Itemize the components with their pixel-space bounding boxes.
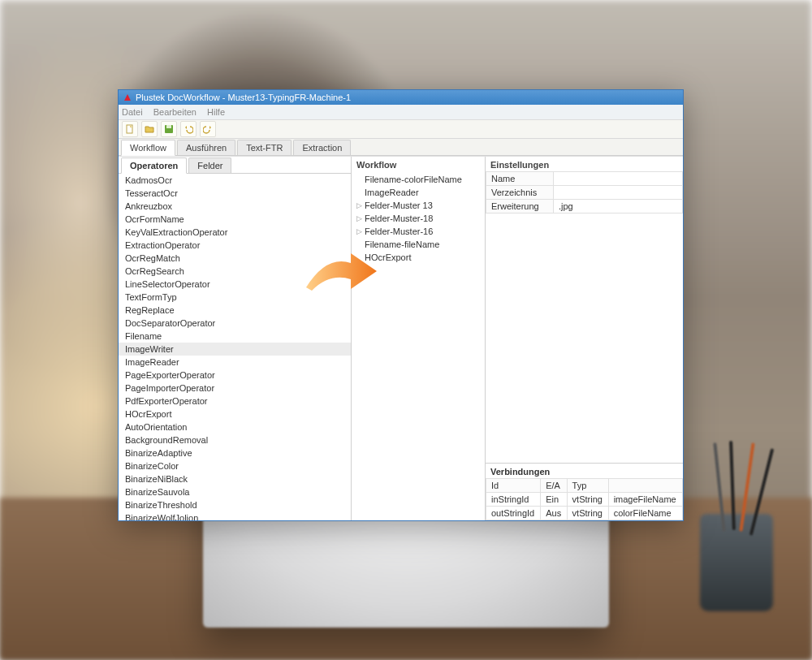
operator-item[interactable]: TesseractOcr: [119, 187, 351, 200]
operator-item[interactable]: OcrRegMatch: [119, 252, 351, 265]
svg-rect-0: [127, 125, 132, 133]
operator-list[interactable]: KadmosOcrTesseractOcrAnkreuzboxOcrFormNa…: [119, 174, 351, 520]
title-bar[interactable]: Plustek DocWorkflow - Muster13-TypingFR-…: [119, 90, 683, 105]
workflow-item[interactable]: ImageReader: [355, 186, 482, 199]
workflow-item[interactable]: ▷Felder-Muster 13: [355, 199, 482, 212]
operator-item[interactable]: BinarizeNiBlack: [119, 472, 351, 485]
connections-header: E/A: [541, 479, 567, 493]
menu-edit[interactable]: Bearbeiten: [153, 107, 197, 117]
settings-value[interactable]: [554, 186, 683, 200]
settings-key: Name: [486, 172, 554, 186]
operator-item[interactable]: PageExporterOperator: [119, 369, 351, 382]
menu-help[interactable]: Hilfe: [207, 107, 225, 117]
operator-item[interactable]: DocSeparatorOperator: [119, 317, 351, 330]
left-tab-felder[interactable]: Felder: [188, 157, 231, 173]
operator-item[interactable]: Filename: [119, 330, 351, 343]
workflow-item[interactable]: Filename-fileName: [355, 238, 482, 251]
redo-button[interactable]: [200, 121, 216, 137]
workflow-item-label: ImageReader: [365, 187, 419, 198]
connections-cell: vtString: [567, 493, 608, 507]
right-panel: Einstellungen NameVerzeichnisErweiterung…: [486, 157, 683, 520]
undo-button[interactable]: [180, 121, 197, 137]
connections-row[interactable]: inStringIdEinvtStringimageFileName: [486, 493, 683, 507]
operator-item[interactable]: HOcrExport: [119, 408, 351, 421]
workflow-item[interactable]: HOcrExport: [355, 251, 482, 264]
workflow-item-label: Filename-fileName: [365, 239, 439, 250]
operator-item[interactable]: OcrRegSearch: [119, 265, 351, 278]
operator-item[interactable]: BinarizeColor: [119, 459, 351, 472]
chevron-right-icon[interactable]: ▷: [356, 200, 365, 211]
save-icon: [164, 124, 174, 134]
operator-item[interactable]: LineSelectorOperator: [119, 278, 351, 291]
connections-cell: Ein: [541, 493, 567, 507]
chevron-right-icon[interactable]: ▷: [356, 226, 365, 237]
workflow-item[interactable]: ▷Felder-Muster-16: [355, 225, 482, 238]
operator-item[interactable]: RegReplace: [119, 304, 351, 317]
workflow-tree[interactable]: Filename-colorFileNameImageReader▷Felder…: [352, 171, 485, 520]
connections-cell: imageFileName: [608, 493, 682, 507]
operator-item[interactable]: BinarizeAdaptive: [119, 446, 351, 459]
tab-text-ftr[interactable]: Text-FTR: [237, 140, 292, 155]
connections-cell: vtString: [567, 507, 608, 520]
left-tab-operatoren[interactable]: Operatoren: [121, 157, 187, 174]
operator-item[interactable]: BinarizeSauvola: [119, 485, 351, 498]
connections-cell: outStringId: [486, 507, 541, 520]
operator-item[interactable]: OcrFormName: [119, 213, 351, 226]
connections-header: Id: [486, 479, 541, 493]
operator-item[interactable]: BinarizeThreshold: [119, 498, 351, 511]
workflow-item-label: Felder-Muster-16: [365, 226, 433, 237]
workflow-item-label: Felder-Muster 13: [365, 200, 433, 211]
app-window: Plustek DocWorkflow - Muster13-TypingFR-…: [118, 89, 684, 521]
connections-row[interactable]: outStringIdAusvtStringcolorFileName: [486, 507, 683, 520]
workflow-item[interactable]: ▷Felder-Muster-18: [355, 212, 482, 225]
menu-file[interactable]: Datei: [122, 107, 143, 117]
svg-rect-2: [166, 125, 171, 128]
settings-key: Erweiterung: [486, 200, 554, 214]
workflow-panel-title: Workflow: [352, 157, 485, 171]
pen-cup: [700, 514, 773, 611]
redo-icon: [203, 124, 213, 134]
operator-item[interactable]: Ankreuzbox: [119, 200, 351, 213]
settings-value[interactable]: [554, 172, 683, 186]
operator-item[interactable]: AutoOrientation: [119, 421, 351, 434]
menu-bar: Datei Bearbeiten Hilfe: [119, 105, 683, 120]
open-folder-icon: [145, 124, 154, 134]
operator-item[interactable]: ImageWriter: [119, 343, 351, 356]
operator-item[interactable]: PdfExporterOperator: [119, 395, 351, 408]
connections-header: [608, 479, 682, 493]
work-area: Operatoren Felder KadmosOcrTesseractOcrA…: [119, 156, 683, 520]
workflow-panel: Workflow Filename-colorFileNameImageRead…: [352, 157, 486, 520]
new-file-button[interactable]: [122, 121, 138, 137]
workflow-item-label: Filename-colorFileName: [365, 174, 462, 185]
connections-header: Typ: [567, 479, 608, 493]
operator-item[interactable]: PageImporterOperator: [119, 382, 351, 395]
new-file-icon: [125, 124, 135, 134]
tab-ausfuehren[interactable]: Ausführen: [177, 140, 235, 155]
connections-cell: Aus: [541, 507, 567, 520]
operator-item[interactable]: BinarizeWolfJolion: [119, 511, 351, 520]
settings-title: Einstellungen: [486, 157, 683, 171]
tab-workflow[interactable]: Workflow: [121, 140, 175, 156]
operator-item[interactable]: ImageReader: [119, 356, 351, 369]
workflow-item[interactable]: Filename-colorFileName: [355, 173, 482, 186]
connections-title: Verbindungen: [486, 463, 683, 478]
tab-extraction[interactable]: Extraction: [293, 140, 351, 155]
connections-cell: colorFileName: [608, 507, 682, 520]
operator-item[interactable]: BackgroundRemoval: [119, 434, 351, 446]
settings-table[interactable]: NameVerzeichnisErweiterung.jpg: [486, 171, 683, 214]
left-panel: Operatoren Felder KadmosOcrTesseractOcrA…: [119, 157, 352, 520]
operator-item[interactable]: KeyValExtractionOperator: [119, 226, 351, 239]
window-title: Plustek DocWorkflow - Muster13-TypingFR-…: [136, 90, 351, 105]
settings-value[interactable]: .jpg: [554, 200, 683, 214]
operator-item[interactable]: KadmosOcr: [119, 174, 351, 187]
undo-icon: [184, 124, 193, 134]
app-icon: [123, 93, 132, 101]
operator-item[interactable]: ExtractionOperator: [119, 239, 351, 252]
settings-key: Verzeichnis: [486, 186, 554, 200]
save-button[interactable]: [161, 121, 177, 137]
open-folder-button[interactable]: [141, 121, 158, 137]
main-tab-bar: Workflow Ausführen Text-FTR Extraction: [119, 139, 683, 156]
connections-table[interactable]: IdE/ATypinStringIdEinvtStringimageFileNa…: [486, 478, 683, 520]
chevron-right-icon[interactable]: ▷: [356, 213, 365, 224]
operator-item[interactable]: TextFormTyp: [119, 291, 351, 304]
